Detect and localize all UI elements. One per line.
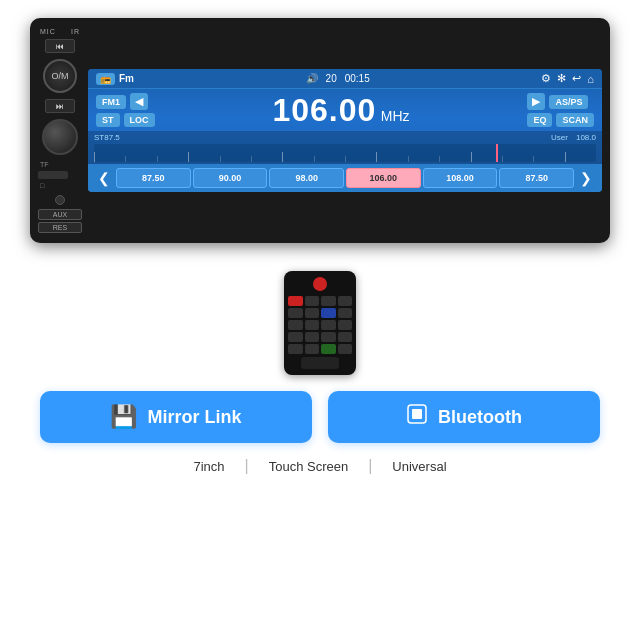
tuner-tick — [220, 156, 251, 162]
prev-preset-button[interactable]: ❮ — [94, 168, 114, 188]
mic-ir-labels: MIC IR — [38, 28, 82, 35]
preset-button-6[interactable]: 87.50 — [499, 168, 574, 188]
next-preset-button[interactable]: ❯ — [576, 168, 596, 188]
tuner-section: ST 87.5 User 108.0 — [88, 131, 602, 164]
tf-slot[interactable] — [38, 171, 68, 179]
tuner-needle — [496, 144, 498, 162]
fm-icon: 📻 — [96, 73, 115, 85]
remote-btn-16[interactable] — [288, 344, 303, 354]
tuner-tick — [565, 152, 596, 162]
remote-btn-7[interactable] — [338, 308, 353, 318]
asps-button[interactable]: AS/PS — [549, 95, 588, 109]
remote-control — [284, 271, 356, 375]
preset-button-2[interactable]: 90.00 — [193, 168, 268, 188]
remote-ir-led — [313, 277, 327, 291]
tuner-tick — [502, 156, 533, 162]
remote-buttons-grid — [288, 296, 352, 354]
remote-btn-6[interactable] — [321, 308, 336, 318]
bluetooth-label: Bluetooth — [438, 407, 522, 428]
spec-type: Touch Screen — [249, 459, 369, 474]
remote-btn-14[interactable] — [321, 332, 336, 342]
power-button[interactable]: O/M — [43, 59, 77, 93]
tuner-tick — [376, 152, 407, 162]
volume-display: 20 — [326, 73, 337, 84]
fm1-button[interactable]: FM1 — [96, 95, 126, 109]
main-display: FM1 ◀ ST LOC 106.00 MHz ▶ — [88, 89, 602, 131]
status-right: ⚙ ✻ ↩ ⌂ — [541, 72, 594, 85]
next-skip-button[interactable]: ⏭ — [45, 99, 75, 113]
status-bar: 📻 Fm 🔊 20 00:15 ⚙ ✻ ↩ ⌂ — [88, 69, 602, 89]
tuner-tick — [314, 156, 345, 162]
tf-label: TF — [38, 161, 82, 168]
tuner-tick — [94, 152, 125, 162]
tuner-tick — [251, 156, 282, 162]
res-button[interactable]: RES — [38, 222, 82, 233]
status-center: 🔊 20 00:15 — [306, 73, 370, 84]
loc-button[interactable]: LOC — [124, 113, 155, 127]
remote-btn-19[interactable] — [338, 344, 353, 354]
preset-button-1[interactable]: 87.50 — [116, 168, 191, 188]
remote-btn-4[interactable] — [288, 308, 303, 318]
preset-button-5[interactable]: 108.00 — [423, 168, 498, 188]
st-button[interactable]: ST — [96, 113, 120, 127]
left-controls: FM1 ◀ ST LOC — [96, 93, 155, 127]
mirror-link-label: Mirror Link — [147, 407, 241, 428]
radio-unit: MIC IR ⏮ O/M ⏭ TF □ AUX RES 📻 Fm 🔊 20 — [30, 18, 610, 243]
mirror-link-icon: 💾 — [110, 404, 137, 430]
remote-btn-8[interactable] — [288, 320, 303, 330]
bluetooth-button[interactable]: Bluetooth — [328, 391, 600, 443]
remote-bottom-bar — [301, 357, 339, 369]
tuner-right-freq: 108.0 — [576, 133, 596, 142]
back-icon[interactable]: ↩ — [572, 72, 581, 85]
frequency-unit: MHz — [381, 108, 410, 124]
mic-label: MIC — [40, 28, 56, 35]
tuner-bar[interactable] — [94, 144, 596, 162]
home-icon[interactable]: ⌂ — [587, 73, 594, 85]
fm-mode-label: Fm — [119, 73, 134, 84]
remote-btn-18[interactable] — [321, 344, 336, 354]
left-panel: MIC IR ⏮ O/M ⏭ TF □ AUX RES — [38, 28, 82, 233]
preset-button-3[interactable]: 98.00 — [269, 168, 344, 188]
preset-button-4[interactable]: 106.00 — [346, 168, 421, 188]
remote-btn-17[interactable] — [305, 344, 320, 354]
remote-btn-9[interactable] — [305, 320, 320, 330]
mirror-link-button[interactable]: 💾 Mirror Link — [40, 391, 312, 443]
remote-btn-5[interactable] — [305, 308, 320, 318]
scan-button[interactable]: SCAN — [556, 113, 594, 127]
remote-btn-13[interactable] — [305, 332, 320, 342]
tuner-tick — [345, 156, 376, 162]
tuner-labels: ST 87.5 User 108.0 — [94, 133, 596, 142]
usb-label: □ — [38, 182, 82, 189]
remote-btn-12[interactable] — [288, 332, 303, 342]
ir-label: IR — [71, 28, 80, 35]
prev-freq-button[interactable]: ◀ — [130, 93, 148, 110]
remote-btn-1[interactable] — [305, 296, 320, 306]
remote-btn-15[interactable] — [338, 332, 353, 342]
spec-size: 7inch — [173, 459, 244, 474]
tuner-left-freq: 87.5 — [104, 133, 120, 142]
remote-btn-3[interactable] — [338, 296, 353, 306]
presets-bar: ❮ 87.50 90.00 98.00 106.00 108.00 87.50 … — [88, 164, 602, 192]
tuner-tick — [408, 156, 439, 162]
remote-btn-10[interactable] — [321, 320, 336, 330]
remote-btn-power[interactable] — [288, 296, 303, 306]
main-screen: 📻 Fm 🔊 20 00:15 ⚙ ✻ ↩ ⌂ FM1 — [88, 69, 602, 192]
aux-label: AUX — [38, 209, 82, 220]
prev-skip-button[interactable]: ⏮ — [45, 39, 75, 53]
remote-btn-11[interactable] — [338, 320, 353, 330]
tuner-tick — [157, 156, 188, 162]
tuner-scale — [94, 144, 596, 162]
asps-row: ▶ AS/PS — [527, 93, 594, 110]
next-freq-button[interactable]: ▶ — [527, 93, 545, 110]
eq-button[interactable]: EQ — [527, 113, 552, 127]
volume-knob[interactable] — [42, 119, 78, 155]
tuner-right-label: User — [551, 133, 568, 142]
status-left: 📻 Fm — [96, 73, 134, 85]
svg-rect-1 — [412, 409, 422, 419]
controls-row: FM1 ◀ ST LOC 106.00 MHz ▶ — [96, 93, 594, 127]
bluetooth-chip-icon — [406, 403, 428, 431]
st-loc-row: ST LOC — [96, 113, 155, 127]
bluetooth-icon[interactable]: ✻ — [557, 72, 566, 85]
remote-btn-2[interactable] — [321, 296, 336, 306]
settings-icon[interactable]: ⚙ — [541, 72, 551, 85]
